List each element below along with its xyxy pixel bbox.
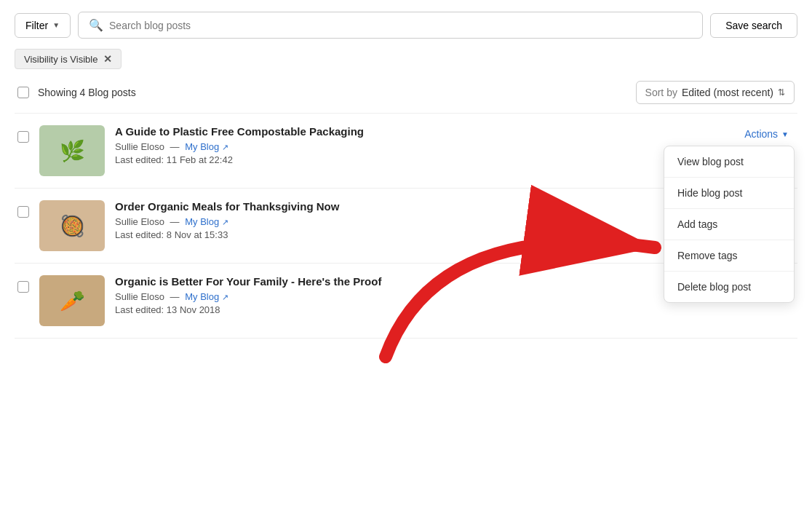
action-delete-blog-post[interactable]: Delete blog post xyxy=(664,272,794,302)
row-0-actions-button[interactable]: Actions ▼ xyxy=(739,125,795,143)
row-0-info: A Guide to Plastic Free Compostable Pack… xyxy=(115,125,728,165)
visibility-filter-tag: Visibility is Visible ✕ xyxy=(15,49,122,69)
table-row: 🌿 A Guide to Plastic Free Compostable Pa… xyxy=(15,114,797,189)
filter-button[interactable]: Filter ▼ xyxy=(15,13,71,38)
action-remove-tags[interactable]: Remove tags xyxy=(664,240,794,272)
filter-label: Filter xyxy=(25,20,48,31)
row-1-checkbox-wrap xyxy=(17,200,29,220)
row-0-thumbnail: 🌿 xyxy=(39,125,105,176)
showing-count: Showing 4 Blog posts xyxy=(38,87,136,98)
row-0-author-name: Sullie Eloso xyxy=(115,141,164,152)
row-2-author-name: Sullie Eloso xyxy=(115,291,164,302)
sort-arrows-icon: ⇅ xyxy=(778,87,785,98)
row-0-actions-area: Actions ▼ View blog post Hide blog post … xyxy=(739,125,795,143)
row-2-date: Last edited: 13 Nov 2018 xyxy=(115,304,784,315)
filter-tags-bar: Visibility is Visible ✕ xyxy=(15,49,797,69)
list-header: Showing 4 Blog posts Sort by Edited (mos… xyxy=(15,81,797,104)
row-0-checkbox[interactable] xyxy=(17,131,29,143)
actions-dropdown-menu: View blog post Hide blog post Add tags R… xyxy=(664,146,795,303)
main-container: Filter ▼ 🔍 Save search Visibility is Vis… xyxy=(0,0,812,514)
search-input[interactable] xyxy=(109,20,692,31)
row-2-thumb-image: 🥕 xyxy=(39,275,105,326)
row-0-checkbox-wrap xyxy=(17,125,29,145)
action-view-blog-post[interactable]: View blog post xyxy=(664,146,794,178)
row-1-thumbnail: 🥘 xyxy=(39,200,105,251)
row-0-blog-link[interactable]: My Blog ↗ xyxy=(185,141,228,152)
search-icon: 🔍 xyxy=(89,18,103,32)
row-2-blog-link[interactable]: My Blog ↗ xyxy=(185,291,228,302)
action-add-tags[interactable]: Add tags xyxy=(664,209,794,240)
row-0-title: A Guide to Plastic Free Compostable Pack… xyxy=(115,125,728,138)
row-2-dash: — xyxy=(170,291,180,302)
top-bar: Filter ▼ 🔍 Save search xyxy=(15,12,797,39)
search-bar: 🔍 xyxy=(78,12,703,39)
row-2-checkbox-wrap xyxy=(17,275,29,295)
actions-label: Actions xyxy=(744,128,778,140)
remove-filter-tag-button[interactable]: ✕ xyxy=(103,53,112,65)
row-0-thumb-image: 🌿 xyxy=(39,125,105,176)
list-header-left: Showing 4 Blog posts xyxy=(17,87,136,98)
action-hide-blog-post[interactable]: Hide blog post xyxy=(664,178,794,209)
row-2-checkbox[interactable] xyxy=(17,281,29,293)
blog-list: 🌿 A Guide to Plastic Free Compostable Pa… xyxy=(15,113,797,339)
row-1-blog-link[interactable]: My Blog ↗ xyxy=(185,216,228,227)
row-0-dash: — xyxy=(170,141,180,152)
actions-chevron-icon: ▼ xyxy=(781,130,789,138)
save-search-label: Save search xyxy=(725,20,782,31)
row-0-author: Sullie Eloso — My Blog ↗ xyxy=(115,141,728,152)
row-1-author-name: Sullie Eloso xyxy=(115,216,164,227)
select-all-checkbox[interactable] xyxy=(17,87,29,98)
sort-prefix: Sort by xyxy=(645,87,677,98)
row-0-external-icon: ↗ xyxy=(222,143,228,151)
row-1-dash: — xyxy=(170,216,180,227)
filter-chevron-icon: ▼ xyxy=(52,21,60,29)
row-2-external-icon: ↗ xyxy=(222,293,228,301)
save-search-button[interactable]: Save search xyxy=(710,13,797,38)
filter-tag-label: Visibility is Visible xyxy=(24,54,97,65)
row-0-date: Last edited: 11 Feb at 22:42 xyxy=(115,154,728,165)
row-2-thumbnail: 🥕 xyxy=(39,275,105,326)
row-1-external-icon: ↗ xyxy=(222,218,228,226)
row-1-thumb-image: 🥘 xyxy=(39,200,105,251)
sort-dropdown[interactable]: Sort by Edited (most recent) ⇅ xyxy=(636,81,795,104)
row-1-checkbox[interactable] xyxy=(17,206,29,218)
sort-value: Edited (most recent) xyxy=(682,87,773,98)
